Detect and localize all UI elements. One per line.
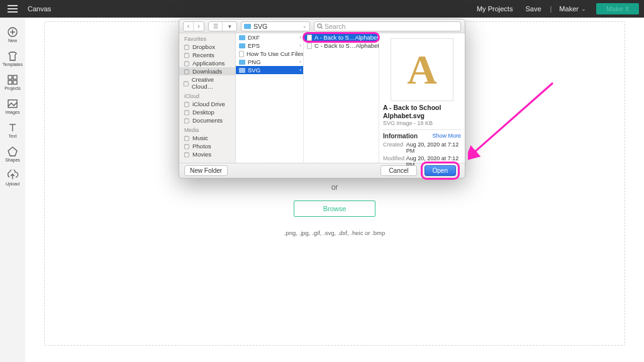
folder-row[interactable]: PNG› [236, 58, 303, 66]
view-options-icon[interactable]: ▾ [223, 22, 236, 31]
chevron-right-icon: › [299, 67, 301, 73]
folder-row[interactable]: DXF› [236, 33, 303, 41]
chevron-down-icon: ⌄ [581, 6, 586, 12]
sidebar-item-label: Movies [192, 151, 211, 158]
folder-row[interactable]: How To Use Cut Files [236, 50, 303, 58]
drop-filetypes: .png, .jpg, .gif, .svg, .dxf, .heic or .… [25, 229, 644, 236]
sidebar-item-label: Applications [192, 60, 225, 67]
row-label: EPS [248, 42, 260, 49]
tool-label: Text [9, 134, 17, 138]
preview-pane: A A - Back to School Alphabet.svg SVG Im… [379, 33, 465, 163]
sidebar-item[interactable]: ▢Music [179, 134, 235, 142]
sidebar-item[interactable]: ▢Movies [179, 150, 235, 158]
path-selector[interactable]: SVG ⌄ [241, 21, 310, 31]
path-label: SVG [253, 23, 267, 30]
sidebar-item[interactable]: ▢iCloud Drive [179, 100, 235, 108]
dialog-body: Favorites ▢Dropbox▢Recents▢Applications▢… [179, 33, 465, 163]
sidebar-item[interactable]: ▢Dropbox [179, 43, 235, 51]
svg-point-12 [318, 24, 321, 28]
folder-icon [239, 60, 245, 65]
hamburger-menu-icon[interactable] [0, 8, 25, 9]
tool-label: Upload [6, 182, 19, 186]
projects-tool[interactable]: Projects [0, 72, 25, 93]
row-label: How To Use Cut Files [247, 50, 303, 57]
sidebar-item[interactable]: ▢Creative Cloud… [179, 75, 235, 90]
app-top-bar: Canvas My Projects Save | Maker ⌄ Make I… [0, 0, 644, 18]
folder-icon [244, 24, 251, 29]
file-row[interactable]: A - Back to S…Alphabet.svg [304, 33, 379, 41]
search-field[interactable]: Search [314, 21, 461, 31]
document-icon [239, 51, 244, 57]
sidebar-item-icon: ▢ [183, 52, 190, 58]
grid-icon [7, 74, 18, 85]
templates-tool[interactable]: Templates [0, 48, 25, 69]
sidebar-item-icon: ▢ [183, 117, 190, 124]
upload-tool[interactable]: Upload [0, 167, 25, 189]
sidebar-item[interactable]: ▢Recents [179, 51, 235, 59]
sidebar-item-icon: ▢ [183, 109, 190, 116]
open-button-highlight: Open [421, 162, 460, 180]
info-key: Created [383, 141, 406, 154]
file-row[interactable]: C - Back to S…Alphabet.svg [304, 41, 379, 50]
image-icon [7, 98, 18, 109]
nav-forward-icon[interactable]: › [194, 22, 204, 31]
nav-back-icon[interactable]: ‹ [184, 22, 194, 31]
row-label: A - Back to S…Alphabet.svg [314, 34, 379, 41]
dialog-footer: New Folder Cancel Open [179, 163, 465, 178]
sidebar-item-icon: ▢ [183, 80, 189, 87]
folder-icon [239, 68, 245, 73]
make-it-button[interactable]: Make It [596, 3, 639, 14]
search-placeholder: Search [325, 23, 345, 30]
folder-row[interactable]: SVG› [236, 66, 303, 74]
column-1: DXF›EPS›How To Use Cut FilesPNG›SVG› [236, 33, 304, 163]
sidebar-item[interactable]: ▢Desktop [179, 108, 235, 116]
sidebar-item-label: Creative Cloud… [192, 76, 231, 90]
sidebar-item-label: Dropbox [192, 43, 215, 50]
cancel-button[interactable]: Cancel [380, 165, 416, 176]
new-tool[interactable]: New [0, 24, 25, 45]
machine-selector[interactable]: Maker ⌄ [554, 5, 591, 13]
sidebar-item-label: Desktop [192, 109, 214, 116]
separator: | [548, 5, 555, 13]
chevron-right-icon: › [299, 59, 301, 65]
browse-button[interactable]: Browse [294, 200, 376, 217]
sidebar-item-icon: ▢ [183, 68, 190, 75]
tool-label: Shapes [5, 158, 20, 162]
document-icon [307, 43, 312, 49]
new-folder-button[interactable]: New Folder [184, 165, 228, 176]
sidebar-item-icon: ▢ [183, 101, 190, 107]
nav-back-forward[interactable]: ‹ › [183, 21, 204, 31]
images-tool[interactable]: Images [0, 96, 25, 117]
sidebar-item[interactable]: ▢Applications [179, 59, 235, 67]
svg-rect-6 [13, 80, 17, 84]
row-label: PNG [248, 58, 261, 65]
view-mode-group[interactable]: ☰ ▾ [208, 21, 237, 31]
sidebar-item[interactable]: ▢Downloads [179, 67, 235, 75]
file-open-dialog: ‹ › ☰ ▾ SVG ⌄ Search Favorites ▢Dropbox▢… [179, 19, 465, 178]
sidebar-item[interactable]: ▢Documents [179, 116, 235, 124]
shapes-tool[interactable]: Shapes [0, 143, 25, 165]
chevron-right-icon: › [299, 35, 301, 40]
svg-marker-10 [8, 147, 17, 156]
column-view-icon[interactable]: ☰ [209, 22, 223, 31]
show-more-link[interactable]: Show More [432, 133, 461, 139]
shirt-icon [7, 50, 18, 62]
info-value: Aug 20, 2020 at 7:12 PM [406, 141, 461, 154]
folder-icon [239, 43, 245, 48]
sidebar-item[interactable]: ▢Photos [179, 142, 235, 150]
svg-rect-4 [13, 75, 17, 79]
preview-filename: A - Back to School Alphabet.svg [383, 104, 461, 119]
text-tool[interactable]: Text [0, 119, 25, 141]
sidebar-item-label: Downloads [192, 68, 222, 75]
sidebar-item-label: Documents [192, 117, 223, 124]
upload-icon [7, 170, 18, 181]
preview-meta: SVG Image - 18 KB [383, 120, 461, 126]
save-link[interactable]: Save [519, 5, 547, 13]
dialog-toolbar: ‹ › ☰ ▾ SVG ⌄ Search [179, 19, 465, 33]
open-button[interactable]: Open [425, 165, 456, 176]
search-icon [317, 23, 323, 29]
chevron-right-icon: › [299, 43, 301, 48]
my-projects-link[interactable]: My Projects [470, 5, 519, 13]
folder-row[interactable]: EPS› [236, 41, 303, 50]
text-icon [7, 122, 18, 133]
